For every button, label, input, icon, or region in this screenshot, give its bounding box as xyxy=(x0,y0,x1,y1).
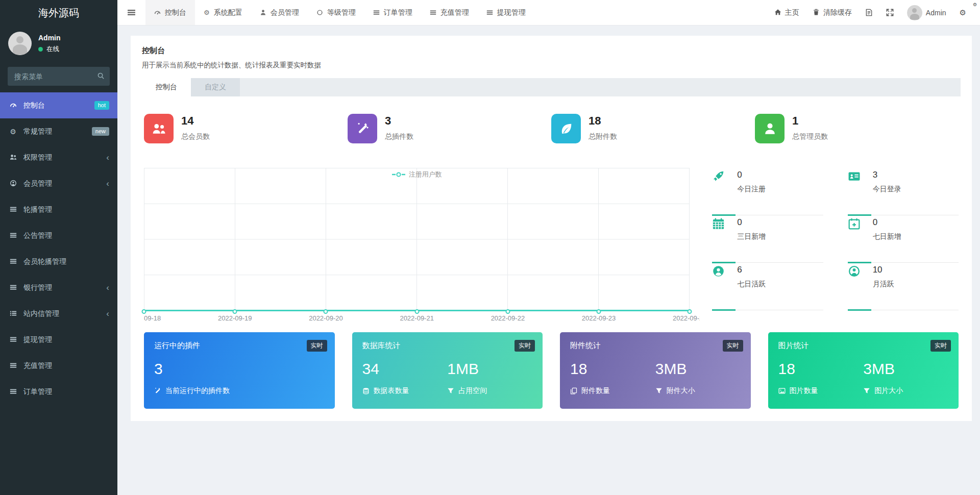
user-circle-icon xyxy=(8,180,18,188)
chart-legend[interactable]: 注册用户数 xyxy=(392,170,442,179)
sidebar-item-label: 站内信管理 xyxy=(23,309,59,318)
realtime-badge: 实时 xyxy=(930,340,951,352)
home-icon xyxy=(774,9,781,17)
wand-icon xyxy=(154,387,161,395)
clear-cache-button[interactable]: 清除缓存 xyxy=(806,0,859,26)
stat-value: 18 xyxy=(589,114,617,127)
panel-tab-custom[interactable]: 自定义 xyxy=(191,78,240,96)
sidebar-item-carousel[interactable]: 轮播管理 xyxy=(0,196,117,222)
stat-label: 总管理员数 xyxy=(792,132,828,141)
stat-total-plugins: 3 总插件数 xyxy=(348,114,551,143)
user-menu[interactable]: Admin xyxy=(900,0,953,26)
tab-label: 充值管理 xyxy=(440,8,469,17)
sidebar-item-member-carousel[interactable]: 会员轮播管理 xyxy=(0,249,117,275)
x-tick: 2022-09-19 xyxy=(218,314,252,322)
mini-stat-value: 6 xyxy=(737,264,766,274)
online-dot-icon xyxy=(38,47,43,52)
card-value: 3 xyxy=(154,361,325,377)
realtime-badge: 实时 xyxy=(514,340,535,352)
sidebar-item-order[interactable]: 订单管理 xyxy=(0,379,117,405)
mini-stat-seven-day-new: 0 七日新增 xyxy=(848,215,959,263)
mini-stat-value: 10 xyxy=(873,264,894,274)
gears-icon: ⚙⚙ xyxy=(960,8,966,17)
card-foot-label: 占用空间 xyxy=(458,386,487,395)
panel-tab-dashboard[interactable]: 控制台 xyxy=(142,78,191,96)
fullscreen-icon xyxy=(886,8,894,17)
language-button[interactable] xyxy=(859,0,879,26)
tab-label: 控制台 xyxy=(165,8,186,17)
sidebar-item-auth[interactable]: 权限管理 ‹ xyxy=(0,144,117,170)
page-subtitle: 用于展示当前系统中的统计数据、统计报表及重要实时数据 xyxy=(142,61,961,70)
rocket-icon xyxy=(712,169,729,215)
card-attachment-stats[interactable]: 附件统计 实时 18 附件数量 3MB xyxy=(560,332,751,409)
card-database-stats[interactable]: 数据库统计 实时 34 数据表数量 1MB xyxy=(352,332,543,409)
middle-row: 注册用户数 2022-09-18 2022-09-19 xyxy=(144,168,959,311)
sidebar-item-label: 银行管理 xyxy=(23,283,52,292)
sidebar-item-label: 控制台 xyxy=(23,101,45,110)
stat-total-attachments: 18 总附件数 xyxy=(551,114,755,143)
stat-value: 3 xyxy=(385,114,413,127)
mini-stat-seven-day-active: 6 七日活跃 xyxy=(712,263,823,310)
search-icon[interactable] xyxy=(97,71,105,80)
card-running-plugins[interactable]: 运行中的插件 实时 3 当前运行中的插件数 xyxy=(144,332,335,409)
card-foot-label: 附件大小 xyxy=(667,386,695,395)
card-image-stats[interactable]: 图片统计 实时 18 图片数量 3MB xyxy=(768,332,959,409)
stat-total-members: 14 总会员数 xyxy=(144,114,348,143)
users-icon xyxy=(144,114,174,143)
card-foot-label: 附件数量 xyxy=(581,386,610,395)
chart-grid xyxy=(144,168,690,311)
sidebar-item-member[interactable]: 会员管理 ‹ xyxy=(0,170,117,196)
tab-recharge[interactable]: 充值管理 xyxy=(421,0,478,25)
list-icon xyxy=(8,232,18,240)
user-status-label: 在线 xyxy=(46,45,59,54)
mini-stat-value: 0 xyxy=(873,217,901,227)
mini-stat-label: 今日注册 xyxy=(737,185,766,194)
home-button[interactable]: 主页 xyxy=(768,0,806,26)
card-value: 34 xyxy=(362,361,448,377)
sidebar-item-label: 订单管理 xyxy=(23,387,52,397)
x-tick: 2022-09-22 xyxy=(491,314,525,322)
user-icon xyxy=(755,114,785,143)
list-icon xyxy=(8,388,18,396)
tab-label: 等级管理 xyxy=(327,8,356,17)
card-value: 3MB xyxy=(655,361,741,377)
tab-dashboard[interactable]: 控制台 xyxy=(145,0,195,25)
sidebar-item-label: 轮播管理 xyxy=(23,205,52,214)
tab-member[interactable]: 会员管理 xyxy=(251,0,308,25)
mini-stat-today-login: 3 今日登录 xyxy=(848,168,959,215)
fullscreen-button[interactable] xyxy=(879,0,900,26)
mini-stat-value: 0 xyxy=(737,169,766,179)
stat-value: 1 xyxy=(792,114,828,127)
tab-level[interactable]: 等级管理 xyxy=(308,0,364,25)
card-foot-label: 图片大小 xyxy=(874,386,903,395)
sidebar-item-notice[interactable]: 公告管理 xyxy=(0,222,117,249)
tab-system-config[interactable]: ⚙ 系统配置 xyxy=(195,0,251,25)
sidebar-item-dashboard[interactable]: 控制台 hot xyxy=(0,92,117,118)
realtime-badge: 实时 xyxy=(723,340,743,352)
trash-icon xyxy=(813,9,820,17)
brand-title: 海外源码 xyxy=(0,0,117,26)
chevron-left-icon: ‹ xyxy=(106,309,109,318)
database-icon xyxy=(362,387,370,395)
gear-icon: ⚙ xyxy=(204,9,210,16)
chevron-left-icon: ‹ xyxy=(106,179,109,188)
sidebar-item-message[interactable]: 站内信管理 ‹ xyxy=(0,301,117,327)
new-badge: new xyxy=(92,127,109,136)
card-title: 附件统计 xyxy=(570,341,741,351)
sidebar-search xyxy=(8,67,110,86)
settings-button[interactable]: ⚙⚙ xyxy=(953,0,973,26)
user-status: 在线 xyxy=(38,45,61,54)
tab-order[interactable]: 订单管理 xyxy=(364,0,421,25)
sidebar-item-label: 充值管理 xyxy=(23,361,52,370)
sidebar-item-bank[interactable]: 银行管理 ‹ xyxy=(0,275,117,301)
sidebar-item-general[interactable]: ⚙ 常规管理 new xyxy=(0,118,117,144)
tab-withdraw[interactable]: 提现管理 xyxy=(478,0,534,25)
search-input[interactable] xyxy=(8,67,110,86)
filter-icon xyxy=(863,387,870,395)
sidebar-item-withdraw[interactable]: 提现管理 xyxy=(0,327,117,353)
x-tick: 2022-09-23 xyxy=(582,314,616,322)
sidebar-item-recharge[interactable]: 充值管理 xyxy=(0,353,117,379)
avatar xyxy=(8,32,32,55)
sidebar-toggle-button[interactable] xyxy=(117,0,145,25)
panel-body: 14 总会员数 3 总插件数 18 总附件数 1 xyxy=(131,96,972,421)
